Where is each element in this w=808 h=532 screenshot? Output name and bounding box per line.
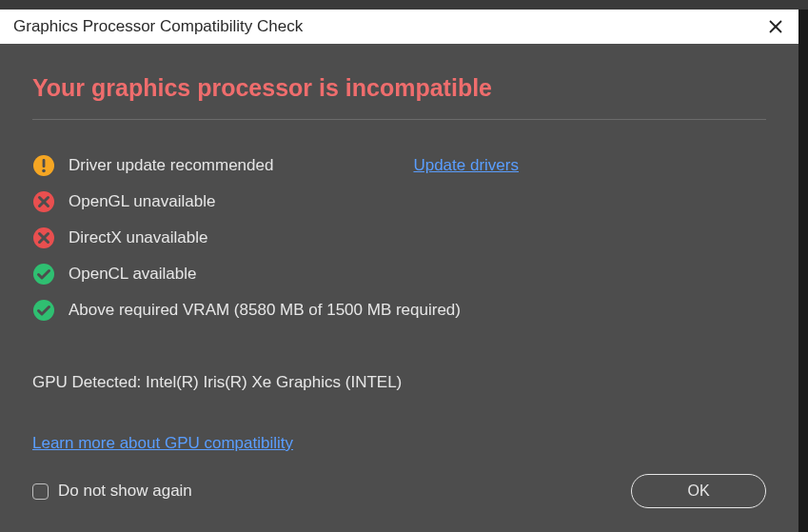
dialog-content: Your graphics processor is incompatible …	[0, 44, 798, 532]
check-label: Above required VRAM (8580 MB of 1500 MB …	[69, 301, 461, 320]
check-row-vram: Above required VRAM (8580 MB of 1500 MB …	[32, 299, 766, 322]
close-button[interactable]	[766, 17, 785, 36]
check-label: OpenCL available	[69, 265, 197, 284]
dialog-footer: Do not show again OK	[32, 474, 766, 508]
check-label: OpenGL unavailable	[69, 192, 215, 211]
ok-button[interactable]: OK	[631, 474, 766, 508]
do-not-show-label: Do not show again	[58, 482, 192, 501]
update-drivers-link[interactable]: Update drivers	[413, 156, 519, 174]
gpu-detected-text: GPU Detected: Intel(R) Iris(R) Xe Graphi…	[32, 373, 766, 392]
checkmark-icon	[32, 299, 55, 322]
check-row-opencl: OpenCL available	[32, 263, 766, 286]
incompatible-heading: Your graphics processor is incompatible	[32, 74, 766, 102]
svg-point-4	[42, 169, 46, 173]
do-not-show-checkbox[interactable]	[32, 483, 49, 500]
ok-button-label: OK	[687, 483, 709, 500]
background-fragment	[0, 0, 808, 10]
gpu-compat-dialog: Graphics Processor Compatibility Check Y…	[0, 10, 798, 532]
error-icon	[32, 190, 55, 213]
do-not-show-row: Do not show again	[32, 482, 192, 501]
check-row-opengl: OpenGL unavailable	[32, 190, 766, 213]
check-row-directx: DirectX unavailable	[32, 227, 766, 249]
error-icon	[32, 227, 55, 249]
check-label: DirectX unavailable	[69, 228, 207, 247]
check-row-driver: Driver update recommended Update drivers	[32, 154, 766, 177]
warning-icon	[32, 154, 55, 177]
learn-more-link[interactable]: Learn more about GPU compatibility	[32, 434, 293, 452]
divider	[32, 119, 766, 120]
dialog-title: Graphics Processor Compatibility Check	[13, 17, 303, 36]
close-icon	[768, 19, 783, 34]
checkmark-icon	[32, 263, 55, 286]
svg-rect-3	[43, 159, 46, 167]
titlebar: Graphics Processor Compatibility Check	[0, 10, 798, 44]
check-label: Driver update recommended	[69, 156, 273, 175]
